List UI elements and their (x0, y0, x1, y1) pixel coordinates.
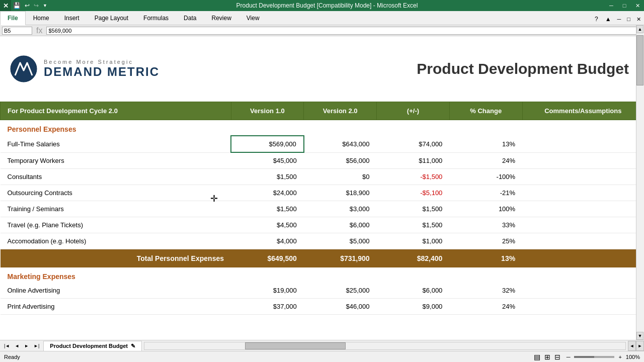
cell-v2[interactable]: $56,000 (304, 152, 377, 169)
cell-diff[interactable]: $9,000 (377, 299, 450, 315)
cell-diff[interactable]: $11,000 (377, 152, 450, 169)
minimize-btn[interactable]: ─ (605, 0, 618, 11)
cell-v2[interactable]: $25,000 (304, 283, 377, 299)
cell-v1[interactable]: $4,500 (231, 217, 304, 233)
h-scroll-thumb[interactable] (245, 342, 346, 349)
logo-name: DEMAND METRIC (44, 65, 159, 79)
cell-v1[interactable]: $569,000 (231, 136, 304, 152)
inner-close[interactable]: ✕ (633, 14, 644, 25)
cell-comments[interactable] (522, 152, 643, 169)
cell-v2[interactable]: $0 (304, 169, 377, 185)
name-box[interactable] (2, 27, 32, 35)
cell-v1[interactable]: $1,500 (231, 201, 304, 217)
row-label: Accomodation (e.g. Hotels) (1, 233, 231, 249)
row-label: Training / Seminars (1, 201, 231, 217)
cell-v1[interactable]: $19,000 (231, 283, 304, 299)
view-pagebreak-btn[interactable]: ⊟ (554, 353, 560, 361)
help-btn[interactable]: ? (591, 14, 602, 25)
zoom-in-btn[interactable]: + (616, 354, 623, 360)
cell-pct[interactable]: 33% (449, 217, 522, 233)
sheet-nav-next[interactable]: ► (22, 342, 31, 349)
zoom-slider[interactable] (574, 356, 614, 358)
cell-diff[interactable]: $74,000 (377, 136, 450, 152)
cell-diff[interactable]: $1,500 (377, 217, 450, 233)
tab-file[interactable]: File (0, 11, 26, 25)
formula-bar-input[interactable] (46, 27, 642, 35)
cell-pct[interactable]: -100% (449, 169, 522, 185)
qat-save[interactable]: 💾 (11, 2, 23, 10)
scroll-up-btn[interactable]: ▲ (636, 25, 643, 33)
h-scroll-right[interactable]: ► (636, 341, 644, 351)
cell-comments[interactable] (522, 283, 643, 299)
table-row[interactable]: Temporary Workers $45,000 $56,000 $11,00… (1, 152, 644, 169)
zoom-out-btn[interactable]: ─ (565, 354, 573, 360)
window-controls: ─ □ ✕ (605, 0, 644, 11)
tab-data[interactable]: Data (176, 11, 204, 25)
cell-v1[interactable]: $37,000 (231, 299, 304, 315)
cell-diff[interactable]: -$5,100 (377, 185, 450, 201)
cell-v1[interactable]: $4,000 (231, 233, 304, 249)
tab-review[interactable]: Review (204, 11, 238, 25)
cell-comments[interactable] (522, 136, 643, 152)
cell-v1[interactable]: $45,000 (231, 152, 304, 169)
table-row[interactable]: Training / Seminars $1,500 $3,000 $1,500… (1, 201, 644, 217)
cell-pct[interactable]: 100% (449, 201, 522, 217)
table-row[interactable]: Outsourcing Contracts $24,000 $18,900 -$… (1, 185, 644, 201)
qat-undo[interactable]: ↩ (23, 2, 32, 10)
scroll-thumb[interactable] (636, 35, 643, 85)
formula-bar-divider: fx (34, 26, 44, 35)
cell-comments[interactable] (522, 185, 643, 201)
cell-v2[interactable]: $3,000 (304, 201, 377, 217)
qat-dropdown[interactable]: ▼ (41, 3, 49, 9)
ribbon-collapse[interactable]: ▲ (602, 14, 614, 25)
sheet-nav-last[interactable]: ►| (32, 342, 41, 349)
maximize-btn[interactable]: □ (618, 0, 631, 11)
table-row[interactable]: Full-Time Salaries $569,000 $643,000 $74… (1, 136, 644, 152)
inner-max[interactable]: □ (624, 14, 633, 25)
tab-formulas[interactable]: Formulas (136, 11, 176, 25)
table-row[interactable]: Travel (e.g. Plane Tickets) $4,500 $6,00… (1, 217, 644, 233)
table-row[interactable]: Consultants $1,500 $0 -$1,500 -100% (1, 169, 644, 185)
cell-v2[interactable]: $643,000 (304, 136, 377, 152)
cell-comments[interactable] (522, 169, 643, 185)
cell-diff[interactable]: -$1,500 (377, 169, 450, 185)
table-row[interactable]: Print Advertising $37,000 $46,000 $9,000… (1, 299, 644, 315)
cell-v2[interactable]: $6,000 (304, 217, 377, 233)
cell-pct[interactable]: -21% (449, 185, 522, 201)
sheet-nav-first[interactable]: |◄ (2, 342, 12, 349)
table-row[interactable]: Online Advertising $19,000 $25,000 $6,00… (1, 283, 644, 299)
cell-comments[interactable] (522, 201, 643, 217)
cell-v2[interactable]: $18,900 (304, 185, 377, 201)
sheet-tab-product-budget[interactable]: Product Development Budget ✎ (43, 341, 142, 351)
cell-diff[interactable]: $6,000 (377, 283, 450, 299)
cell-comments[interactable] (522, 217, 643, 233)
cell-diff[interactable]: $1,000 (377, 233, 450, 249)
h-scroll-left[interactable]: ◄ (628, 341, 636, 351)
cell-diff[interactable]: $1,500 (377, 201, 450, 217)
inner-min[interactable]: ─ (614, 14, 624, 25)
cell-pct[interactable]: 24% (449, 299, 522, 315)
cell-comments[interactable] (522, 299, 643, 315)
qat-redo[interactable]: ↪ (32, 2, 41, 10)
cell-v1[interactable]: $24,000 (231, 185, 304, 201)
cell-v2[interactable]: $46,000 (304, 299, 377, 315)
tab-home[interactable]: Home (26, 11, 57, 25)
view-normal-btn[interactable]: ▤ (534, 353, 540, 361)
cell-comments[interactable] (522, 233, 643, 249)
tab-view[interactable]: View (239, 11, 267, 25)
cell-pct[interactable]: 32% (449, 283, 522, 299)
view-layout-btn[interactable]: ⊞ (544, 353, 550, 361)
table-row[interactable]: Accomodation (e.g. Hotels) $4,000 $5,000… (1, 233, 644, 249)
cell-pct[interactable]: 13% (449, 136, 522, 152)
cell-v2[interactable]: $5,000 (304, 233, 377, 249)
tab-pagelayout[interactable]: Page Layout (87, 11, 136, 25)
cell-pct[interactable]: 24% (449, 152, 522, 169)
horizontal-scrollbar[interactable] (144, 342, 626, 350)
cell-pct[interactable]: 25% (449, 233, 522, 249)
close-btn[interactable]: ✕ (631, 0, 644, 11)
tab-insert[interactable]: Insert (57, 11, 87, 25)
sheet-nav-prev[interactable]: ◄ (13, 342, 21, 349)
scroll-down-btn[interactable]: ▼ (636, 332, 643, 340)
cell-v1[interactable]: $1,500 (231, 169, 304, 185)
vertical-scrollbar[interactable]: ▲ ▼ (636, 25, 644, 340)
